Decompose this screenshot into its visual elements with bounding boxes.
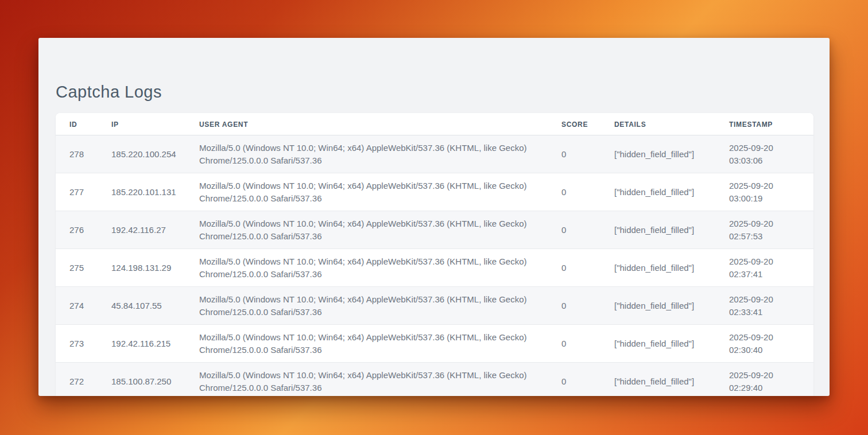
cell-timestamp: 2025-09-20 02:29:40	[715, 363, 813, 397]
cell-timestamp: 2025-09-20 02:33:41	[715, 287, 813, 325]
cell-ip: 192.42.116.215	[98, 325, 185, 363]
cell-details: ["hidden_field_filled"]	[600, 249, 715, 287]
cell-user-agent: Mozilla/5.0 (Windows NT 10.0; Win64; x64…	[185, 173, 548, 211]
column-header-timestamp: TIMESTAMP	[715, 113, 813, 135]
cell-score: 0	[548, 325, 600, 363]
cell-score: 0	[548, 363, 600, 397]
cell-user-agent: Mozilla/5.0 (Windows NT 10.0; Win64; x64…	[185, 249, 548, 287]
cell-details: ["hidden_field_filled"]	[600, 325, 715, 363]
cell-id: 278	[56, 135, 98, 173]
cell-score: 0	[548, 287, 600, 325]
cell-id: 274	[56, 287, 98, 325]
table-body: 278 185.220.100.254 Mozilla/5.0 (Windows…	[56, 135, 813, 397]
cell-id: 277	[56, 173, 98, 211]
table-row: 276 192.42.116.27 Mozilla/5.0 (Windows N…	[56, 211, 813, 249]
cell-timestamp: 2025-09-20 02:30:40	[715, 325, 813, 363]
cell-id: 275	[56, 249, 98, 287]
cell-ip: 185.220.100.254	[98, 135, 185, 173]
cell-details: ["hidden_field_filled"]	[600, 135, 715, 173]
table-row: 277 185.220.101.131 Mozilla/5.0 (Windows…	[56, 173, 813, 211]
table-row: 275 124.198.131.29 Mozilla/5.0 (Windows …	[56, 249, 813, 287]
cell-id: 272	[56, 363, 98, 397]
cell-details: ["hidden_field_filled"]	[600, 211, 715, 249]
column-header-score: SCORE	[548, 113, 600, 135]
cell-id: 273	[56, 325, 98, 363]
table-header-row: ID IP USER AGENT SCORE DETAILS TIMESTAMP	[56, 113, 813, 135]
cell-ip: 185.100.87.250	[98, 363, 185, 397]
logs-table-container: ID IP USER AGENT SCORE DETAILS TIMESTAMP…	[56, 113, 813, 396]
column-header-user-agent: USER AGENT	[185, 113, 548, 135]
table-row: 273 192.42.116.215 Mozilla/5.0 (Windows …	[56, 325, 813, 363]
table-row: 278 185.220.100.254 Mozilla/5.0 (Windows…	[56, 135, 813, 173]
cell-ip: 192.42.116.27	[98, 211, 185, 249]
cell-user-agent: Mozilla/5.0 (Windows NT 10.0; Win64; x64…	[185, 287, 548, 325]
logs-table: ID IP USER AGENT SCORE DETAILS TIMESTAMP…	[56, 113, 813, 396]
cell-user-agent: Mozilla/5.0 (Windows NT 10.0; Win64; x64…	[185, 325, 548, 363]
cell-timestamp: 2025-09-20 03:00:19	[715, 173, 813, 211]
cell-id: 276	[56, 211, 98, 249]
cell-timestamp: 2025-09-20 02:57:53	[715, 211, 813, 249]
column-header-ip: IP	[98, 113, 185, 135]
cell-details: ["hidden_field_filled"]	[600, 287, 715, 325]
table-row: 272 185.100.87.250 Mozilla/5.0 (Windows …	[56, 363, 813, 397]
captcha-logs-card: Captcha Logs ID IP USER AGENT SCORE DETA…	[38, 38, 830, 396]
cell-details: ["hidden_field_filled"]	[600, 363, 715, 397]
cell-user-agent: Mozilla/5.0 (Windows NT 10.0; Win64; x64…	[185, 211, 548, 249]
cell-timestamp: 2025-09-20 02:37:41	[715, 249, 813, 287]
cell-user-agent: Mozilla/5.0 (Windows NT 10.0; Win64; x64…	[185, 363, 548, 397]
cell-score: 0	[548, 135, 600, 173]
cell-ip: 45.84.107.55	[98, 287, 185, 325]
cell-ip: 185.220.101.131	[98, 173, 185, 211]
cell-timestamp: 2025-09-20 03:03:06	[715, 135, 813, 173]
cell-score: 0	[548, 249, 600, 287]
cell-details: ["hidden_field_filled"]	[600, 173, 715, 211]
table-row: 274 45.84.107.55 Mozilla/5.0 (Windows NT…	[56, 287, 813, 325]
cell-score: 0	[548, 173, 600, 211]
cell-ip: 124.198.131.29	[98, 249, 185, 287]
cell-score: 0	[548, 211, 600, 249]
page-title: Captcha Logs	[56, 84, 162, 100]
column-header-id: ID	[56, 113, 98, 135]
cell-user-agent: Mozilla/5.0 (Windows NT 10.0; Win64; x64…	[185, 135, 548, 173]
column-header-details: DETAILS	[600, 113, 715, 135]
